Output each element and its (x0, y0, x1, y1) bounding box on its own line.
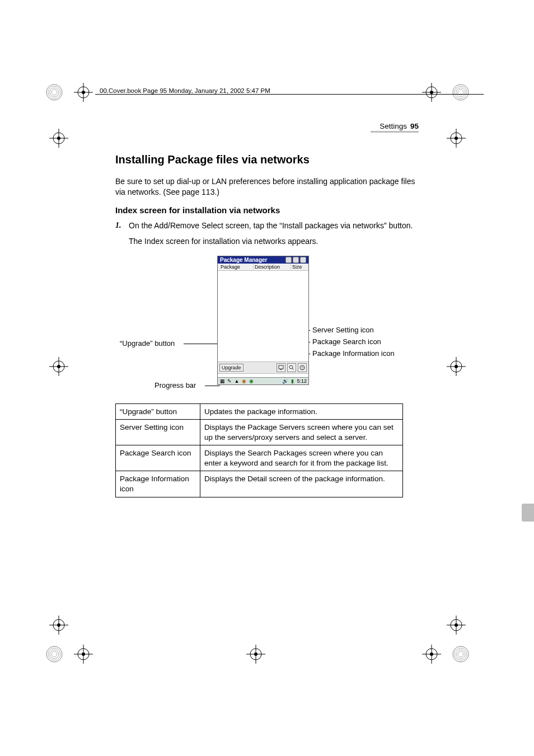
thumb-tab (522, 504, 534, 522)
crop-mark-icon (246, 645, 265, 664)
section-heading: Installing Package files via networks (115, 153, 418, 166)
taskbar: ▦ ✎ ▲ ◉ ◉ 🔊 ▮ 5:12 (218, 377, 308, 384)
chapter-header: Settings95 (380, 122, 419, 130)
svg-point-58 (456, 650, 465, 659)
callout-line (205, 386, 219, 386)
svg-point-23 (455, 137, 458, 140)
table-value: Displays the Search Packages screen wher… (200, 445, 403, 471)
column-size[interactable]: Size (291, 264, 307, 270)
crop-mark-icon (49, 616, 68, 635)
svg-point-57 (455, 648, 467, 660)
window-close-icon[interactable] (300, 257, 306, 263)
crop-mark-icon (49, 129, 68, 148)
svg-line-63 (292, 368, 294, 370)
svg-point-16 (453, 84, 469, 100)
table-row: “Upgrade” button Updates the package inf… (116, 403, 403, 420)
table-key: Server Setting icon (116, 420, 200, 445)
svg-point-2 (50, 88, 59, 97)
table-row: Package Search icon Displays the Search … (116, 445, 403, 471)
device-screenshot: Package Manager Package Description Size… (217, 256, 309, 385)
toolbar: Upgrade ? (218, 361, 308, 373)
callout-upgrade-button: “Upgrade” button (120, 339, 175, 348)
svg-point-51 (455, 623, 458, 627)
crop-mark-icon (74, 83, 93, 102)
crop-mark-icon (49, 357, 68, 376)
window-title: Package Manager (220, 257, 268, 263)
svg-point-18 (456, 88, 465, 97)
package-information-icon[interactable]: ? (298, 363, 307, 372)
crop-mark-icon (74, 645, 93, 664)
taskbar-globe2-icon[interactable]: ◉ (249, 378, 254, 384)
svg-point-59 (458, 651, 463, 657)
figure: “Upgrade” button Progress bar Server Set… (115, 256, 418, 396)
window-button-icon[interactable] (285, 257, 292, 263)
svg-text:?: ? (301, 366, 303, 370)
svg-point-47 (254, 652, 257, 656)
step-text: On the Add/Remove Select screen, tap the… (129, 220, 413, 231)
svg-point-31 (455, 365, 458, 368)
svg-point-36 (46, 646, 62, 662)
print-rosette-icon (451, 645, 470, 664)
chapter-label: Settings (380, 122, 407, 130)
intro-paragraph: Be sure to set up dial-up or LAN prefere… (115, 176, 418, 198)
subsection-heading: Index screen for installation via networ… (115, 205, 418, 215)
crop-mark-icon (447, 357, 466, 376)
svg-point-38 (50, 650, 59, 659)
taskbar-pen-icon[interactable]: ✎ (227, 378, 232, 384)
running-header: 00.Cover.book Page 95 Monday, January 21… (100, 87, 270, 94)
callout-line (184, 344, 217, 344)
print-rosette-icon (45, 83, 64, 102)
column-package[interactable]: Package (219, 264, 254, 270)
table-key: Package Search icon (116, 445, 200, 471)
callout-package-info: Package Information icon (312, 349, 395, 358)
list-header: Package Description Size (218, 264, 308, 271)
taskbar-globe-icon[interactable]: ◉ (241, 378, 247, 384)
crop-mark-icon (447, 129, 466, 148)
table-key: Package Information icon (116, 471, 200, 497)
svg-point-3 (51, 90, 57, 95)
print-rosette-icon (451, 83, 470, 102)
step-number: 1. (115, 220, 123, 231)
table-row: Server Setting icon Displays the Package… (116, 420, 403, 445)
svg-point-39 (51, 651, 57, 657)
svg-point-55 (430, 652, 433, 656)
package-list[interactable] (218, 271, 308, 361)
svg-point-11 (57, 137, 60, 140)
table-value: Displays the Detail screen of the packag… (200, 471, 403, 497)
table-value: Updates the package information. (200, 403, 403, 420)
taskbar-clock[interactable]: 5:12 (297, 378, 307, 384)
table-key: “Upgrade” button (116, 403, 200, 420)
callout-server-setting: Server Setting icon (312, 326, 374, 334)
column-description[interactable]: Description (254, 264, 291, 270)
figure-caption: The Index screen for installation via ne… (129, 237, 418, 246)
description-table: “Upgrade” button Updates the package inf… (115, 403, 403, 497)
window-buttons (285, 257, 306, 263)
svg-rect-60 (279, 365, 283, 369)
svg-point-43 (82, 652, 85, 656)
upgrade-button[interactable]: Upgrade (219, 364, 243, 372)
package-search-icon[interactable] (287, 363, 296, 372)
callout-progress-bar: Progress bar (154, 381, 196, 389)
taskbar-up-icon[interactable]: ▲ (234, 378, 240, 384)
progress-bar (218, 373, 308, 377)
window-titlebar: Package Manager (218, 256, 308, 264)
battery-icon[interactable]: ▮ (289, 378, 295, 384)
svg-point-1 (48, 86, 60, 98)
header-rule (95, 94, 484, 95)
server-setting-icon[interactable] (277, 363, 285, 372)
window-button-icon[interactable] (293, 257, 299, 263)
page-number: 95 (410, 122, 419, 130)
taskbar-app-icon[interactable]: ▦ (219, 378, 225, 384)
crop-mark-icon (422, 83, 441, 102)
print-rosette-icon (45, 645, 64, 664)
svg-point-56 (453, 646, 469, 662)
svg-point-35 (57, 623, 60, 627)
crop-mark-icon (422, 645, 441, 664)
chapter-header-rule (371, 131, 419, 133)
svg-rect-61 (280, 369, 282, 370)
svg-point-0 (46, 84, 62, 100)
svg-point-37 (48, 648, 60, 660)
speaker-icon[interactable]: 🔊 (282, 378, 288, 384)
table-value: Displays the Package Servers screen wher… (200, 420, 403, 445)
callout-package-search: Package Search icon (312, 337, 381, 346)
